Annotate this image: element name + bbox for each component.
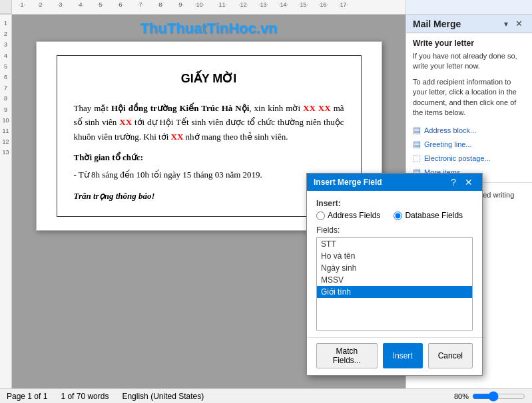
v-ruler-mark: 5: [4, 61, 7, 72]
v-ruler-mark: 9: [4, 104, 7, 115]
panel-text-2: To add recipient information to your let…: [406, 76, 532, 124]
radio-database-label: Database Fields: [405, 211, 463, 220]
section-item: - Từ 8h sáng đến 10h tối ngày 15 tháng 0…: [74, 168, 344, 182]
panel-link-postage[interactable]: ⬚ Electronic postage...: [406, 151, 532, 165]
panel-link-greeting[interactable]: ▤ Greeting line...: [406, 137, 532, 151]
radio-database-fields[interactable]: Database Fields: [394, 211, 463, 220]
v-ruler-mark: 1: [4, 18, 7, 29]
ruler-number: ·3·: [57, 1, 64, 8]
ruler-number: ·2·: [37, 1, 44, 8]
v-ruler-mark: 2: [4, 29, 7, 39]
panel-section-title: Write your letter: [406, 33, 532, 50]
ruler-corner: [0, 0, 12, 14]
panel-header: Mail Merge ▾ ✕: [406, 15, 532, 33]
ruler-number: ·15·: [298, 1, 308, 8]
status-language: English (United States): [122, 392, 204, 401]
ruler-number: ·16·: [318, 1, 328, 8]
dialog-fields-label: Fields:: [316, 225, 473, 235]
field-item-mssv[interactable]: MSSV: [317, 274, 472, 286]
match-fields-button[interactable]: Match Fields...: [316, 343, 378, 368]
dialog-body: Insert: Address Fields Database Fields F…: [307, 191, 482, 337]
dialog-insert-label: Insert:: [316, 199, 473, 208]
ruler-number: ·17·: [338, 1, 348, 8]
status-bar: Page 1 of 1 1 of 70 words English (Unite…: [0, 388, 532, 403]
v-ruler-mark: 10: [2, 115, 9, 126]
address-block-icon: ▤: [413, 125, 421, 135]
field-item-ngay-sinh[interactable]: Ngày sinh: [317, 262, 472, 274]
panel-close-button[interactable]: ✕: [513, 18, 525, 29]
ruler-number: ·6·: [117, 1, 124, 8]
ruler-number: ·14·: [278, 1, 288, 8]
zoom-slider[interactable]: [472, 392, 525, 401]
ruler-number: ·10·: [194, 1, 204, 8]
status-page: Page 1 of 1: [7, 392, 47, 401]
insert-merge-field-dialog[interactable]: Insert Merge Field ? ✕ Insert: Address F…: [306, 173, 483, 376]
v-ruler-mark: 13: [2, 147, 9, 158]
panel-controls: ▾ ✕: [501, 18, 525, 29]
ruler-number: ·9·: [177, 1, 184, 8]
v-ruler-mark: 12: [2, 136, 9, 147]
vertical-ruler: 1 2 3 4 5 6 7 8 9 10 11 12 13: [0, 15, 12, 388]
ruler-number: ·12·: [238, 1, 248, 8]
v-ruler-mark: 11: [2, 126, 9, 136]
panel-dropdown-button[interactable]: ▾: [501, 18, 511, 29]
panel-ruler-placeholder: [405, 0, 532, 14]
document-paragraph-1: Thay mặt Hội đồng trường Kiến Trúc Hà Nộ…: [74, 101, 344, 144]
panel-text-1: If you have not already done so, write y…: [406, 50, 532, 76]
cancel-button[interactable]: Cancel: [428, 343, 473, 368]
dialog-titlebar-controls: ? ✕: [448, 177, 475, 188]
dialog-footer: Match Fields... Insert Cancel: [307, 337, 482, 375]
field-item-gioi-tinh[interactable]: Giới tính: [317, 286, 472, 298]
ruler-number: ·13·: [258, 1, 268, 8]
status-words: 1 of 70 words: [61, 392, 109, 401]
panel-link-address[interactable]: ▤ Address block...: [406, 123, 532, 137]
horizontal-ruler: // Will be done via inline approach ·1· …: [12, 0, 405, 14]
dialog-help-button[interactable]: ?: [448, 177, 459, 188]
radio-address-fields[interactable]: Address Fields: [316, 211, 380, 220]
radio-address-input[interactable]: [316, 211, 325, 220]
ruler-number: ·11·: [217, 1, 227, 8]
dialog-fields-list[interactable]: STT Ho và tên Ngày sinh MSSV Giới tính: [316, 237, 473, 331]
status-right: 80%: [454, 392, 525, 401]
section-title: Thời gian tổ chức:: [74, 150, 344, 164]
zoom-level: 80%: [454, 392, 469, 400]
dialog-close-button[interactable]: ✕: [462, 177, 475, 188]
radio-database-input[interactable]: [394, 211, 402, 220]
ruler-number: ·5·: [97, 1, 104, 8]
closing: Trân trọng thông báo!: [74, 189, 344, 203]
field-item-ho-va-ten[interactable]: Ho và tên: [317, 250, 472, 262]
ruler-number: ·4·: [77, 1, 84, 8]
v-ruler-mark: 4: [4, 51, 7, 61]
panel-title: Mail Merge: [413, 19, 461, 29]
v-ruler-mark: 8: [4, 93, 7, 104]
dialog-title: Insert Merge Field: [314, 178, 382, 187]
dialog-radio-group: Address Fields Database Fields: [316, 211, 473, 220]
document-title: GIẤY MỜI: [74, 69, 344, 89]
dialog-titlebar: Insert Merge Field ? ✕: [307, 174, 482, 191]
radio-address-label: Address Fields: [328, 211, 380, 220]
field-item-stt[interactable]: STT: [317, 238, 472, 250]
greeting-line-icon: ▤: [413, 139, 421, 149]
v-ruler-mark: 6: [4, 72, 7, 82]
status-left: Page 1 of 1 1 of 70 words English (Unite…: [7, 392, 204, 401]
insert-button[interactable]: Insert: [383, 343, 423, 368]
electronic-postage-icon: ⬚: [413, 153, 421, 163]
ruler-number: ·8·: [157, 1, 164, 8]
v-ruler-mark: 7: [4, 82, 7, 93]
watermark: ThuThuatTinHoc.vn: [140, 20, 277, 37]
ruler-number: ·7·: [137, 1, 144, 8]
v-ruler-mark: 3: [4, 39, 7, 50]
ruler-number: ·1·: [19, 1, 25, 8]
